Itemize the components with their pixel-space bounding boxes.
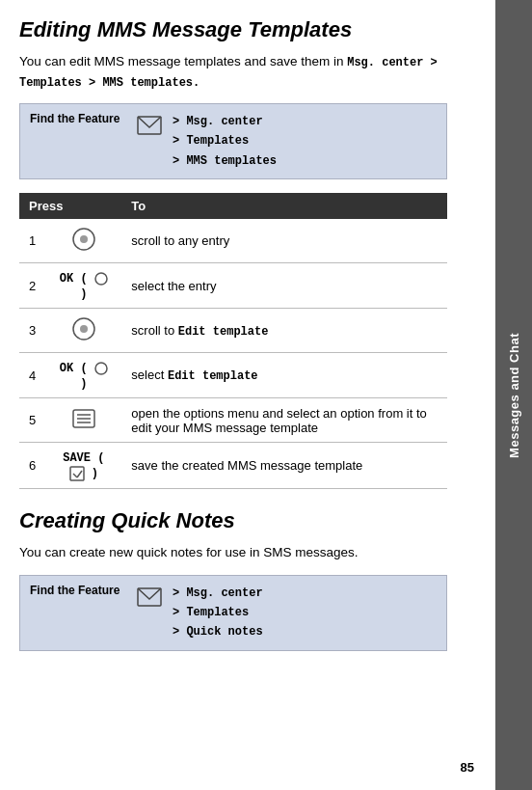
sidebar: Messages and Chat	[495, 0, 532, 790]
find-feature-2-label: Find the Feature	[30, 584, 126, 597]
svg-point-5	[80, 325, 88, 333]
step-action: scroll to Edit template	[121, 309, 447, 353]
step-action: select the entry	[121, 263, 447, 309]
col-press-header: Press	[19, 193, 121, 219]
find-feature-1-path: > Msg. center > Templates > MMS template…	[173, 112, 277, 171]
find-feature-2-path: > Msg. center > Templates > Quick notes	[173, 584, 263, 642]
find-feature-1-line3: > MMS templates	[173, 151, 277, 171]
svg-line-13	[77, 471, 82, 477]
svg-point-6	[95, 363, 107, 374]
step-num: 4	[19, 353, 45, 398]
find-feature-1-line1: > Msg. center	[173, 112, 277, 131]
table-row: 2 OK ( ) select the entry	[19, 263, 447, 309]
step-num: 2	[19, 263, 45, 309]
section2-body: You can create new quick notes for use i…	[19, 543, 447, 562]
table-row: 1 scroll to any entry	[19, 219, 447, 263]
step-num: 5	[19, 398, 45, 443]
step-press: OK ( )	[45, 263, 121, 309]
svg-point-2	[80, 235, 88, 243]
step-press	[45, 398, 121, 443]
find-feature-2-line3: > Quick notes	[173, 622, 263, 641]
menu-icon	[70, 405, 97, 432]
find-feature-2-line1: > Msg. center	[173, 584, 263, 603]
table-row: 6 SAVE ( ) save the created MMS message …	[19, 443, 447, 489]
step-action: save the created MMS message template	[121, 443, 447, 489]
find-feature-1-label: Find the Feature	[30, 112, 126, 125]
ok-circle-icon	[94, 272, 108, 286]
section1-body-text: You can edit MMS message templates and s…	[19, 54, 343, 68]
edit-template-label2: Edit template	[168, 369, 258, 383]
svg-point-3	[95, 273, 107, 285]
table-header-row: Press To	[19, 193, 447, 219]
page-wrapper: Editing MMS Message Templates You can ed…	[0, 0, 532, 790]
step-action: scroll to any entry	[121, 219, 447, 263]
svg-line-12	[73, 474, 77, 477]
step-action: select Edit template	[121, 353, 447, 398]
page-number: 85	[461, 760, 474, 775]
section2-title: Creating Quick Notes	[19, 508, 447, 533]
find-feature-1: Find the Feature > Msg. center > Templat…	[19, 103, 447, 179]
main-content: Editing MMS Message Templates You can ed…	[0, 0, 495, 790]
save-label: SAVE ( )	[63, 451, 104, 480]
table-header: Press To	[19, 193, 447, 219]
table-row: 3 scroll to Edit template	[19, 309, 447, 353]
ok-circle-icon	[94, 362, 108, 375]
col-to-header: To	[121, 193, 447, 219]
envelope-icon-1	[136, 112, 163, 139]
step-num: 3	[19, 309, 45, 353]
svg-rect-11	[70, 467, 84, 480]
step-action: open the options menu and select an opti…	[121, 398, 447, 443]
table-body: 1 scroll to any entry 2 OK (	[19, 219, 447, 488]
table-row: 4 OK ( ) select Edit template	[19, 353, 447, 398]
find-feature-1-line2: > Templates	[173, 131, 277, 150]
section1-body: You can edit MMS message templates and s…	[19, 52, 447, 92]
step-press	[45, 219, 121, 263]
scroll-icon	[70, 226, 97, 253]
ok-label: OK ( )	[60, 362, 108, 391]
section1-title: Editing MMS Message Templates	[19, 17, 447, 42]
step-press	[45, 309, 121, 353]
steps-table: Press To 1 scroll to any entry	[19, 193, 447, 489]
table-row: 5 open the options menu and select an op…	[19, 398, 447, 443]
step-press: OK ( )	[45, 353, 121, 398]
envelope-icon-2	[136, 584, 163, 611]
ok-label: OK ( )	[60, 272, 108, 301]
find-feature-2-line2: > Templates	[173, 603, 263, 622]
scroll-icon	[70, 315, 97, 342]
edit-template-label: Edit template	[178, 325, 269, 339]
save-icon	[69, 466, 85, 481]
sidebar-label: Messages and Chat	[507, 333, 521, 458]
step-num: 1	[19, 219, 45, 263]
step-num: 6	[19, 443, 45, 489]
find-feature-2: Find the Feature > Msg. center > Templat…	[19, 575, 447, 651]
step-press: SAVE ( )	[45, 443, 121, 489]
